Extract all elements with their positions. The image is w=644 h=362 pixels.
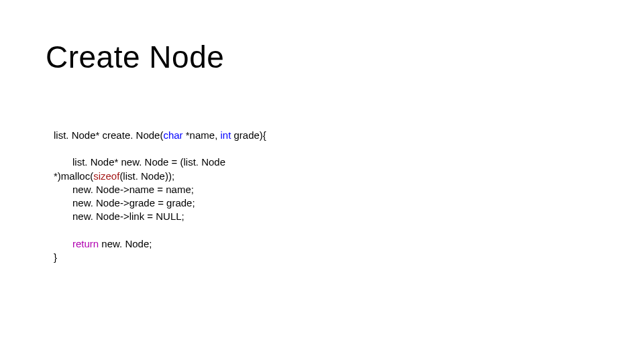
code-line-close: } [54, 251, 266, 264]
code-line-assign-name: new. Node->name = name; [54, 183, 266, 196]
code-line-assign-link: new. Node->link = NULL; [54, 210, 266, 223]
code-line-return: return new. Node; [54, 237, 266, 251]
code-line-signature: list. Node* create. Node(char *name, int… [54, 129, 266, 142]
blank-line [54, 142, 266, 156]
keyword-char: char [163, 129, 182, 141]
slide-title: Create Node [46, 39, 224, 75]
code-line-assign-grade: new. Node->grade = grade; [54, 196, 266, 210]
code-text: *name, [183, 129, 221, 141]
blank-line [54, 224, 266, 237]
keyword-sizeof: sizeof [93, 170, 119, 182]
code-text: list. Node* create. Node( [54, 129, 163, 141]
code-line-malloc-2: *)malloc(sizeof(list. Node)); [54, 170, 266, 183]
code-text: (list. Node)); [119, 170, 174, 182]
code-line-malloc-1: list. Node* new. Node = (list. Node [54, 156, 266, 169]
code-block: list. Node* create. Node(char *name, int… [54, 129, 266, 264]
code-text: grade){ [231, 129, 266, 141]
keyword-return: return [72, 238, 99, 249]
keyword-int: int [220, 129, 231, 141]
code-text: *)malloc( [54, 170, 93, 182]
slide: Create Node list. Node* create. Node(cha… [0, 0, 644, 362]
code-text: new. Node; [99, 238, 152, 249]
